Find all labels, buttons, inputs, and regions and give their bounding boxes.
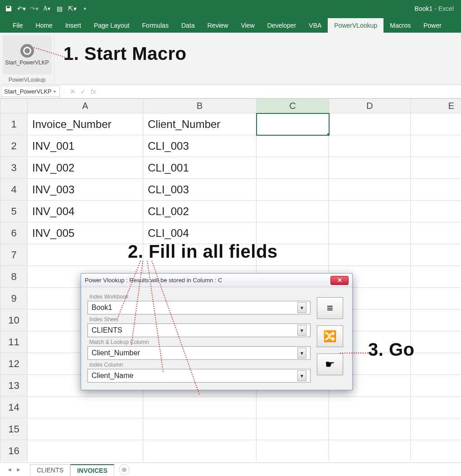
- cell[interactable]: [257, 135, 329, 157]
- cell[interactable]: [411, 222, 461, 244]
- cell[interactable]: [28, 244, 143, 266]
- tab-file[interactable]: File: [6, 18, 29, 33]
- cell[interactable]: [411, 375, 461, 397]
- tab-data[interactable]: Data: [175, 18, 201, 33]
- cell[interactable]: [411, 440, 461, 462]
- cell[interactable]: [257, 418, 329, 440]
- row-header[interactable]: 12: [0, 353, 28, 375]
- add-sheet-button[interactable]: ⊕: [119, 464, 130, 475]
- tab-macros[interactable]: Macros: [383, 18, 417, 33]
- tab-insert[interactable]: Insert: [59, 18, 87, 33]
- cell[interactable]: INV_005: [28, 222, 143, 244]
- row-header[interactable]: 15: [0, 418, 28, 440]
- cell[interactable]: [329, 397, 411, 418]
- chevron-down-icon[interactable]: ▼: [53, 89, 57, 94]
- chevron-down-icon[interactable]: ▼: [297, 325, 306, 336]
- col-header-b[interactable]: B: [143, 99, 257, 113]
- cell[interactable]: [143, 397, 257, 418]
- row-header[interactable]: 11: [0, 331, 28, 353]
- cell[interactable]: [329, 179, 411, 201]
- col-header-e[interactable]: E: [411, 99, 461, 113]
- cell[interactable]: [257, 440, 329, 462]
- cell[interactable]: [411, 353, 461, 375]
- tab-vba[interactable]: VBA: [302, 18, 328, 33]
- cell[interactable]: [329, 135, 411, 157]
- cell[interactable]: [411, 309, 461, 331]
- cell[interactable]: [143, 244, 257, 266]
- cell[interactable]: [411, 418, 461, 440]
- tab-powervlookup[interactable]: PowerVLookup: [328, 18, 383, 33]
- powervlookup-dialog[interactable]: Power Vlookup : Results will be stored i…: [81, 273, 353, 390]
- qat-more-icon[interactable]: ▾: [80, 4, 90, 14]
- tab-review[interactable]: Review: [201, 18, 235, 33]
- cell[interactable]: [411, 135, 461, 157]
- cell[interactable]: [329, 418, 411, 440]
- cell[interactable]: CLI_003: [143, 135, 257, 157]
- cell[interactable]: [143, 418, 257, 440]
- row-header[interactable]: 16: [0, 440, 28, 462]
- row-header[interactable]: 5: [0, 201, 28, 222]
- name-box[interactable]: Start_PowerVLKP ▼: [1, 86, 60, 97]
- chevron-down-icon[interactable]: ▼: [297, 348, 306, 358]
- tab-developer[interactable]: Developer: [261, 18, 303, 33]
- fx-icon[interactable]: fx: [91, 88, 96, 95]
- redo-icon[interactable]: ↷▾: [29, 4, 39, 14]
- cell[interactable]: [411, 179, 461, 201]
- cell[interactable]: [329, 244, 411, 266]
- menu-button[interactable]: ≡: [317, 297, 343, 319]
- chevron-down-icon[interactable]: ▼: [297, 370, 306, 381]
- cell[interactable]: INV_001: [28, 135, 143, 157]
- cell[interactable]: [411, 266, 461, 288]
- row-header[interactable]: 8: [0, 266, 28, 288]
- row-header[interactable]: 2: [0, 135, 28, 157]
- font-icon[interactable]: A▾: [42, 4, 52, 14]
- cell-selected[interactable]: [257, 113, 329, 135]
- save-icon[interactable]: [4, 4, 14, 14]
- cell[interactable]: INV_002: [28, 157, 143, 179]
- index-workbook-dropdown[interactable]: Book1▼: [87, 301, 311, 314]
- cell[interactable]: [329, 113, 411, 135]
- cancel-icon[interactable]: ✕: [70, 88, 76, 96]
- tab-power[interactable]: Power: [417, 18, 448, 33]
- col-header-a[interactable]: A: [28, 99, 143, 113]
- index-column-dropdown[interactable]: Client_Name▼: [87, 369, 311, 383]
- tab-formulas[interactable]: Formulas: [136, 18, 175, 33]
- row-header[interactable]: 7: [0, 244, 28, 266]
- row-header[interactable]: 14: [0, 397, 28, 418]
- cell[interactable]: [28, 440, 143, 462]
- cell[interactable]: [329, 201, 411, 222]
- row-header[interactable]: 6: [0, 222, 28, 244]
- cell[interactable]: [143, 440, 257, 462]
- row-header[interactable]: 13: [0, 375, 28, 397]
- cell[interactable]: [411, 331, 461, 353]
- sheet-nav-last-icon[interactable]: ►: [15, 466, 23, 473]
- enter-icon[interactable]: ✓: [80, 88, 86, 96]
- cell[interactable]: [411, 201, 461, 222]
- cell[interactable]: [411, 113, 461, 135]
- col-header-c[interactable]: C: [257, 99, 329, 113]
- row-header[interactable]: 9: [0, 288, 28, 309]
- cell[interactable]: [411, 397, 461, 418]
- cell[interactable]: Client_Number: [143, 113, 257, 135]
- close-button[interactable]: ✕: [330, 276, 349, 285]
- row-header[interactable]: 3: [0, 157, 28, 179]
- btn-icon[interactable]: ▤: [54, 4, 64, 14]
- index-sheet-dropdown[interactable]: CLIENTS▼: [87, 324, 311, 337]
- cell[interactable]: INV_004: [28, 201, 143, 222]
- cell[interactable]: [411, 288, 461, 309]
- start-powervlkp-button[interactable]: Start_PowerVLKP: [3, 35, 52, 74]
- cell[interactable]: [411, 157, 461, 179]
- row-header[interactable]: 1: [0, 113, 28, 135]
- tab-pagelayout[interactable]: Page Layout: [87, 18, 136, 33]
- cell[interactable]: [257, 157, 329, 179]
- cell[interactable]: [329, 440, 411, 462]
- cell[interactable]: [257, 222, 329, 244]
- sheet-tab-clients[interactable]: CLIENTS: [30, 464, 70, 476]
- match-lookup-dropdown[interactable]: Client_Number▼: [87, 346, 311, 360]
- cell[interactable]: [411, 244, 461, 266]
- go-button[interactable]: 🔀: [317, 325, 343, 347]
- dialog-titlebar[interactable]: Power Vlookup : Results will be stored i…: [81, 274, 352, 287]
- undo-icon[interactable]: ↶▾: [16, 4, 26, 14]
- cell[interactable]: INV_003: [28, 179, 143, 201]
- cell[interactable]: [257, 397, 329, 418]
